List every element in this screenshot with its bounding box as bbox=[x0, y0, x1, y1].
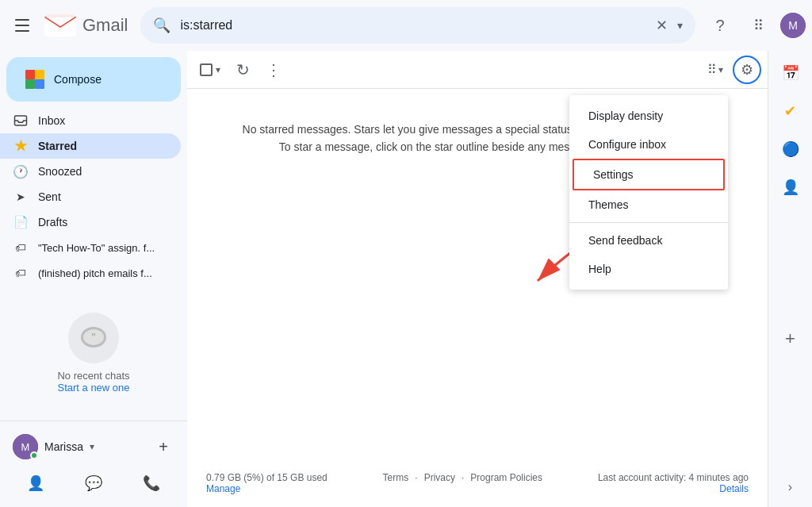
svg-rect-2 bbox=[25, 79, 35, 89]
density-button[interactable]: ⠿ ▾ bbox=[701, 59, 730, 80]
hamburger-button[interactable] bbox=[6, 10, 38, 41]
sidebar-item-sent[interactable]: ➤ Sent bbox=[0, 184, 181, 209]
online-status-dot bbox=[30, 451, 38, 459]
sidebar-item-snoozed[interactable]: 🕐 Snoozed bbox=[0, 159, 181, 184]
tech-how-to-label: "Tech How-To" assign. f... bbox=[38, 242, 155, 254]
finished-pitch-label: (finished) pitch emails f... bbox=[38, 267, 152, 279]
contacts-icon: 👤 bbox=[782, 179, 799, 196]
sidebar-item-starred[interactable]: ★ Starred bbox=[0, 133, 181, 159]
menu-divider bbox=[569, 222, 728, 223]
svg-rect-3 bbox=[35, 79, 44, 89]
menu-item-display-density[interactable]: Display density bbox=[569, 102, 728, 130]
menu-item-help[interactable]: Help bbox=[569, 255, 728, 283]
user-avatar: M bbox=[13, 434, 38, 459]
manage-link[interactable]: Manage bbox=[206, 483, 240, 494]
search-dropdown-icon[interactable]: ▾ bbox=[677, 19, 683, 32]
search-icon: 🔍 bbox=[153, 17, 170, 34]
select-dropdown-icon: ▾ bbox=[216, 64, 220, 75]
inbox-icon bbox=[13, 113, 29, 129]
svg-rect-0 bbox=[25, 70, 35, 79]
user-row[interactable]: M Marissa ▾ + bbox=[6, 428, 181, 466]
sidebar-item-finished-pitch[interactable]: 🏷 (finished) pitch emails f... bbox=[0, 260, 181, 286]
label-icon-1: 🏷 bbox=[13, 240, 29, 255]
drafts-icon: 📄 bbox=[13, 214, 29, 230]
refresh-icon: ↻ bbox=[236, 60, 250, 79]
right-panel-tasks[interactable]: ✔ bbox=[775, 95, 806, 127]
sent-label: Sent bbox=[38, 190, 61, 203]
people-icon-button[interactable]: 👤 bbox=[21, 469, 50, 497]
menu-item-configure-inbox[interactable]: Configure inbox bbox=[569, 130, 728, 159]
topbar-right: ? ⠿ M bbox=[704, 10, 806, 41]
right-panel-keep[interactable]: 🔵 bbox=[775, 133, 806, 165]
inbox-label: Inbox bbox=[38, 114, 65, 127]
apps-icon: ⠿ bbox=[753, 17, 764, 34]
terms-link[interactable]: Terms bbox=[383, 472, 409, 483]
add-icon: + bbox=[785, 328, 795, 349]
menu-icon bbox=[15, 19, 29, 32]
right-panel-expand-button[interactable]: › bbox=[782, 474, 799, 501]
phone-icon: 📞 bbox=[143, 474, 160, 492]
topbar: Gmail 🔍 ✕ ▾ ? ⠿ M bbox=[0, 0, 812, 51]
privacy-link[interactable]: Privacy bbox=[424, 472, 455, 483]
drafts-label: Drafts bbox=[38, 216, 67, 229]
activity-text: Last account activity: 4 minutes ago bbox=[598, 472, 749, 483]
density-icon: ⠿ bbox=[707, 62, 717, 77]
right-panel-contacts[interactable]: 👤 bbox=[775, 171, 806, 203]
toolbar: ▾ ↻ ⋮ ⠿ ▾ ⚙ bbox=[187, 51, 768, 89]
footer-links: Terms · Privacy · Program Policies bbox=[383, 472, 542, 483]
refresh-button[interactable]: ↻ bbox=[230, 56, 256, 84]
select-button[interactable]: ▾ bbox=[193, 59, 227, 81]
menu-item-themes[interactable]: Themes bbox=[569, 190, 728, 219]
user-dropdown-icon: ▾ bbox=[90, 441, 94, 452]
label-icon-2: 🏷 bbox=[13, 265, 29, 281]
sent-icon: ➤ bbox=[13, 189, 29, 205]
gmail-logo: Gmail bbox=[44, 14, 128, 36]
sidebar-item-inbox[interactable]: Inbox bbox=[0, 108, 181, 133]
program-policies-link[interactable]: Program Policies bbox=[470, 472, 542, 483]
settings-gear-button[interactable]: ⚙ bbox=[733, 56, 761, 84]
content-area: ▾ ↻ ⋮ ⠿ ▾ ⚙ No starred messages. Stars l… bbox=[187, 51, 768, 507]
density-dropdown-icon: ▾ bbox=[718, 64, 723, 75]
svg-text:": " bbox=[92, 331, 96, 344]
clear-search-icon[interactable]: ✕ bbox=[656, 17, 668, 34]
sidebar-item-tech-how-to[interactable]: 🏷 "Tech How-To" assign. f... bbox=[0, 235, 181, 260]
compose-icon bbox=[25, 70, 44, 89]
snoozed-icon: 🕐 bbox=[13, 163, 29, 179]
storage-text: 0.79 GB (5%) of 15 GB used bbox=[206, 472, 327, 483]
account-avatar[interactable]: M bbox=[780, 13, 806, 38]
menu-item-send-feedback[interactable]: Send feedback bbox=[569, 226, 728, 255]
gear-icon: ⚙ bbox=[741, 61, 753, 79]
help-button[interactable]: ? bbox=[704, 10, 736, 41]
people-icon: 👤 bbox=[27, 474, 44, 492]
avatar-placeholder: M bbox=[780, 13, 806, 38]
expand-icon: › bbox=[788, 480, 792, 494]
sidebar: Compose Inbox ★ Starred 🕐 Snoozed ➤ Sent… bbox=[0, 51, 187, 507]
details-link[interactable]: Details bbox=[719, 483, 749, 494]
sidebar-bottom: M Marissa ▾ + 👤 💬 📞 bbox=[0, 421, 187, 507]
apps-button[interactable]: ⠿ bbox=[742, 10, 774, 41]
footer: 0.79 GB (5%) of 15 GB used Manage Terms … bbox=[187, 459, 768, 507]
search-bar[interactable]: 🔍 ✕ ▾ bbox=[140, 7, 695, 44]
chat-icon: 💬 bbox=[85, 474, 102, 492]
checkbox-icon bbox=[200, 63, 213, 76]
compose-button[interactable]: Compose bbox=[6, 57, 181, 102]
chat-icon-button[interactable]: 💬 bbox=[79, 469, 108, 497]
menu-item-settings[interactable]: Settings bbox=[573, 159, 725, 190]
right-panel-calendar[interactable]: 📅 bbox=[775, 57, 806, 89]
svg-rect-1 bbox=[35, 70, 44, 79]
more-options-button[interactable]: ⋮ bbox=[259, 56, 289, 84]
start-new-chat-link[interactable]: Start a new one bbox=[57, 382, 129, 394]
footer-separator-1: · bbox=[415, 472, 417, 483]
footer-left: 0.79 GB (5%) of 15 GB used Manage bbox=[206, 472, 327, 494]
no-recent-chats-text: No recent chats bbox=[57, 370, 129, 382]
tasks-icon: ✔ bbox=[784, 102, 796, 120]
phone-icon-button[interactable]: 📞 bbox=[137, 469, 166, 497]
add-chat-button[interactable]: + bbox=[152, 436, 174, 458]
no-chats-panel: " No recent chats Start a new one bbox=[0, 300, 187, 406]
search-input[interactable] bbox=[180, 18, 646, 33]
right-panel-add-button[interactable]: + bbox=[775, 323, 806, 355]
footer-right: Last account activity: 4 minutes ago Det… bbox=[598, 472, 749, 494]
gmail-wordmark: Gmail bbox=[82, 15, 128, 36]
sidebar-item-drafts[interactable]: 📄 Drafts bbox=[0, 209, 181, 235]
star-icon: ★ bbox=[13, 138, 29, 154]
